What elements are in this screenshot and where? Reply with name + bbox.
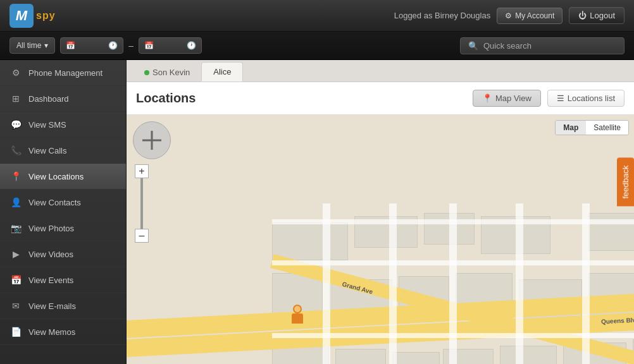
map-block bbox=[335, 349, 386, 364]
road-v-2 bbox=[389, 203, 397, 364]
sidebar-item-dashboard[interactable]: ⊞ Dashboard bbox=[0, 86, 126, 112]
time-range-select[interactable]: All time ▾ bbox=[9, 37, 55, 54]
logout-button[interactable]: ⏻ Logout bbox=[569, 7, 625, 24]
map-block bbox=[588, 213, 634, 251]
sidebar-item-view-photos[interactable]: 📷 View Photos bbox=[0, 215, 126, 241]
sidebar-label-view-sms: View SMS bbox=[28, 120, 66, 130]
road-h-2 bbox=[272, 333, 634, 338]
my-account-label: My Account bbox=[515, 11, 554, 20]
road-v-3 bbox=[449, 203, 457, 364]
locations-panel: Locations 📍 Map View ☰ Locations list bbox=[127, 82, 634, 364]
sidebar-label-view-calls: View Calls bbox=[28, 146, 66, 155]
sidebar: ⚙ Phone Management ⊞ Dashboard 💬 View SM… bbox=[0, 60, 127, 364]
search-placeholder: Quick search bbox=[483, 41, 531, 51]
gear-icon: ⚙ bbox=[9, 66, 22, 79]
map-zoom-control: + – bbox=[135, 164, 149, 243]
main-layout: ⚙ Phone Management ⊞ Dashboard 💬 View SM… bbox=[0, 60, 634, 364]
logged-as-text: Logged as Birney Douglas bbox=[394, 11, 491, 20]
calendar-icon-2: 📅 bbox=[144, 41, 154, 50]
sidebar-label-view-locations: View Locations bbox=[28, 172, 84, 181]
map-type-map-button[interactable]: Map bbox=[556, 121, 586, 135]
my-account-button[interactable]: ⚙ My Account bbox=[497, 8, 563, 24]
video-icon: ▶ bbox=[9, 248, 22, 260]
quick-search-box[interactable]: 🔍 Quick search bbox=[460, 37, 625, 54]
gear-icon: ⚙ bbox=[505, 11, 512, 20]
contacts-icon: 👤 bbox=[9, 196, 22, 209]
calendar-icon: 📅 bbox=[9, 274, 22, 286]
search-icon: 🔍 bbox=[468, 41, 478, 51]
sidebar-item-view-sms[interactable]: 💬 View SMS bbox=[0, 112, 126, 138]
phone-icon: 📞 bbox=[9, 144, 22, 157]
sidebar-item-view-memos[interactable]: 📄 View Memos bbox=[0, 319, 126, 345]
sidebar-item-view-events[interactable]: 📅 View Events bbox=[0, 267, 126, 293]
locations-header: Locations 📍 Map View ☰ Locations list bbox=[127, 82, 634, 115]
sidebar-label-view-videos: View Videos bbox=[28, 250, 73, 259]
header: M spy Logged as Birney Douglas ⚙ My Acco… bbox=[0, 0, 634, 32]
power-icon: ⏻ bbox=[578, 11, 587, 20]
sidebar-item-phone-management[interactable]: ⚙ Phone Management bbox=[0, 60, 126, 86]
clock-icon: 🕐 bbox=[108, 41, 118, 50]
date-from-input[interactable]: 📅 🕐 bbox=[60, 37, 123, 54]
tab-son-kevin[interactable]: Son Kevin bbox=[133, 63, 201, 82]
tab-son-kevin-label: Son Kevin bbox=[152, 68, 190, 77]
road-v-5 bbox=[582, 203, 590, 364]
date-separator: – bbox=[128, 40, 134, 51]
tab-alice-label: Alice bbox=[213, 67, 231, 76]
map-block bbox=[272, 222, 348, 260]
location-icon: 📍 bbox=[9, 170, 22, 183]
chevron-down-icon: ▾ bbox=[44, 41, 48, 50]
map-background: Grand Ave Queens Blvd Queens Blvd 53rd A… bbox=[127, 115, 634, 364]
content-area: Son Kevin Alice Locations 📍 Map View ☰ L… bbox=[127, 60, 634, 364]
logo-spy-text: spy bbox=[36, 10, 56, 21]
map-block bbox=[392, 352, 440, 364]
sidebar-label-view-contacts: View Contacts bbox=[28, 198, 81, 207]
road-h-4 bbox=[272, 219, 634, 224]
sms-icon: 💬 bbox=[9, 118, 22, 131]
sidebar-label-dashboard: Dashboard bbox=[28, 94, 69, 104]
zoom-in-button[interactable]: + bbox=[135, 164, 149, 178]
zoom-out-button[interactable]: – bbox=[135, 229, 149, 243]
device-tabs: Son Kevin Alice bbox=[127, 60, 634, 82]
grid-icon: ⊞ bbox=[9, 92, 22, 105]
map-view-pin-icon: 📍 bbox=[482, 94, 492, 103]
list-icon: ☰ bbox=[557, 94, 564, 103]
sidebar-item-view-contacts[interactable]: 👤 View Contacts bbox=[0, 190, 126, 215]
map-type-controls: Map Satellite bbox=[555, 120, 629, 135]
clock-icon-2: 🕐 bbox=[187, 41, 196, 50]
sidebar-label-view-photos: View Photos bbox=[28, 224, 74, 233]
logout-label: Logout bbox=[590, 11, 615, 20]
header-right: Logged as Birney Douglas ⚙ My Account ⏻ … bbox=[394, 7, 625, 24]
zoom-slider[interactable] bbox=[140, 178, 143, 229]
toolbar: All time ▾ 📅 🕐 – 📅 🕐 🔍 Quick search bbox=[0, 32, 634, 60]
tab-alice[interactable]: Alice bbox=[201, 62, 243, 82]
map-container[interactable]: Grand Ave Queens Blvd Queens Blvd 53rd A… bbox=[127, 115, 634, 364]
sidebar-item-view-videos[interactable]: ▶ View Videos bbox=[0, 241, 126, 267]
person-body bbox=[292, 313, 303, 324]
locations-list-button[interactable]: ☰ Locations list bbox=[547, 90, 625, 107]
map-block bbox=[500, 346, 557, 364]
nav-circle[interactable] bbox=[133, 121, 171, 159]
map-view-button[interactable]: 📍 Map View bbox=[473, 90, 541, 107]
time-range-label: All time bbox=[16, 41, 41, 50]
person-head bbox=[293, 305, 302, 313]
locations-title: Locations bbox=[136, 91, 466, 106]
sidebar-label-view-events: View Events bbox=[28, 276, 73, 285]
memo-icon: 📄 bbox=[9, 325, 22, 338]
feedback-tab[interactable]: feedback bbox=[617, 158, 634, 207]
map-nav-control[interactable] bbox=[133, 121, 171, 159]
calendar-icon: 📅 bbox=[66, 41, 75, 50]
map-view-label: Map View bbox=[495, 94, 531, 103]
locations-list-label: Locations list bbox=[568, 94, 615, 103]
sidebar-label-phone-management: Phone Management bbox=[28, 68, 103, 78]
map-type-satellite-button[interactable]: Satellite bbox=[586, 121, 628, 135]
camera-icon: 📷 bbox=[9, 222, 22, 234]
road-v-4 bbox=[516, 203, 523, 364]
road-h-1 bbox=[272, 260, 634, 265]
sidebar-item-view-calls[interactable]: 📞 View Calls bbox=[0, 138, 126, 164]
sidebar-label-view-memos: View Memos bbox=[28, 327, 75, 337]
nav-cross-vertical bbox=[151, 131, 153, 150]
sidebar-item-view-emails[interactable]: ✉ View E-mails bbox=[0, 293, 126, 319]
sidebar-item-view-locations[interactable]: 📍 View Locations bbox=[0, 164, 126, 190]
date-to-input[interactable]: 📅 🕐 bbox=[139, 37, 202, 54]
email-icon: ✉ bbox=[9, 300, 22, 312]
